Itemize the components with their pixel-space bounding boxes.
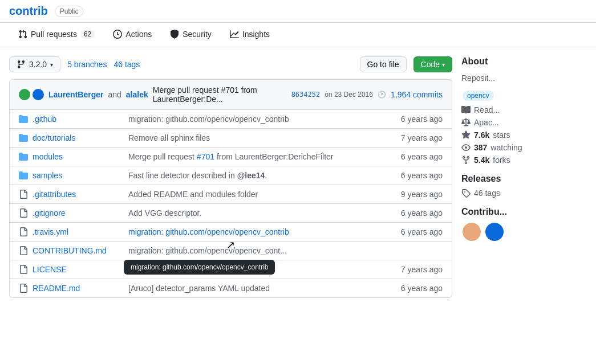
clock-icon: 🕐 [378,91,386,99]
contributor-avatar[interactable] [485,223,504,241]
readme-label: Read... [474,105,500,114]
branch-select[interactable]: 3.2.0 ▾ [9,56,60,72]
releases-tags[interactable]: 46 tags [461,189,587,198]
side-panel: About Reposit... opencv Read... Apac... … [461,56,587,298]
avatar-group [19,89,44,100]
forks-label: forks [493,156,510,165]
about-stat-forks: 5.4k forks [461,156,587,165]
insights-icon [230,30,239,39]
contributor-avatar[interactable] [463,223,481,241]
file-name[interactable]: samples [33,171,124,180]
about-title: About [461,56,587,67]
file-icon [19,190,28,199]
tab-actions[interactable]: Actions [104,23,161,47]
commit-count[interactable]: 1,964 commits [391,90,443,99]
file-row: doc/tutorials Remove all sphinx files 7 … [10,129,452,148]
file-commit: Add VGG descriptor. [128,208,381,218]
file-time: 6 years ago [386,152,443,161]
license-label: Apac... [474,118,499,127]
tab-insights[interactable]: Insights [221,23,279,47]
file-name[interactable]: README.md [33,284,124,293]
file-commit: Fast line detector described in @lee14. [128,171,381,180]
file-table: LaurentBerger and alalek Merge pull requ… [9,79,452,298]
about-tag[interactable]: opencv [463,91,494,101]
commit-date: on 23 Dec 2016 [325,91,373,99]
branches-link[interactable]: 5 branches [67,60,107,69]
eye-icon [461,143,471,152]
about-stat-license: Apac... [461,118,587,127]
code-chevron-icon: ▾ [442,62,445,68]
file-row-travis: .travis.yml migration: github.com/opencv… [10,223,452,242]
tag-icon [461,189,471,198]
file-name[interactable]: modules [33,152,124,161]
fork-icon [461,156,471,165]
releases-tag-count: 46 tags [474,189,500,198]
pull-request-icon [18,30,27,39]
tab-security-label: Security [183,30,212,39]
file-time: 6 years ago [386,284,443,293]
file-icon [19,265,28,274]
commit-author-2[interactable]: alalek [126,90,148,99]
file-row: .gitignore Add VGG descriptor. 6 years a… [10,204,452,223]
file-row: README.md [Aruco] detector_params YAML u… [10,279,452,297]
file-name[interactable]: CONTRIBUTING.md [33,246,124,255]
tab-insights-label: Insights [242,30,270,39]
stars-label: stars [493,130,510,140]
commit-hash[interactable]: 8634252 [291,91,321,99]
security-icon [170,30,179,39]
tags-link[interactable]: 46 tags [113,60,140,69]
file-name[interactable]: LICENSE [33,265,124,274]
folder-icon [19,114,28,124]
tab-pull-requests[interactable]: Pull requests 62 [9,23,104,47]
folder-icon [19,171,28,180]
about-stat-watching: 387 watching [461,143,587,152]
about-stat-stars: 7.6k stars [461,130,587,140]
watching-label: watching [490,143,522,152]
file-icon [19,246,28,255]
file-name[interactable]: .gitignore [33,208,124,218]
branch-name: 3.2.0 [29,60,47,69]
commit-link[interactable]: #701 [197,152,214,161]
branch-icon [17,60,26,69]
folder-icon [19,152,28,161]
tab-security[interactable]: Security [161,23,221,47]
about-stat-readme: Read... [461,105,587,114]
contributors-title: Contribu... [461,207,587,217]
file-name[interactable]: .gitattributes [33,190,124,199]
tab-pull-requests-label: Pull requests [31,30,77,39]
file-name[interactable]: doc/tutorials [33,133,124,142]
avatar-1 [19,89,30,100]
file-icon [19,284,28,293]
tooltip-overlay: migration: github.com/opencv/opencv_cont… [124,260,275,275]
file-name[interactable]: .github [33,114,124,124]
releases-title: Releases [461,174,587,184]
branch-bar: 3.2.0 ▾ 5 branches 46 tags Go to file Co… [9,56,452,72]
file-time: 6 years ago [386,171,443,180]
public-badge: Public [55,6,84,17]
file-commit: migration: github.com/opencv/opencv_cont… [128,246,381,255]
commit-author-1[interactable]: LaurentBerger [48,90,103,99]
code-button-label: Code [421,60,440,69]
file-row: .gitattributes Added README and modules … [10,185,452,204]
file-name[interactable]: .travis.yml [33,227,124,236]
contributors-avatars [461,222,587,242]
commit-message: Merge pull request #701 from LaurentBerg… [153,85,287,104]
about-description: Reposit... [461,73,587,83]
commit-count-value: 1,964 commits [391,90,443,99]
repo-name[interactable]: contrib [9,5,48,18]
go-to-file-button[interactable]: Go to file [360,56,407,72]
file-time: 6 years ago [386,227,443,236]
file-row: samples Fast line detector described in … [10,166,452,185]
file-row: modules Merge pull request #701 from Lau… [10,148,452,166]
tab-actions-label: Actions [125,30,152,39]
readme-icon [461,105,471,114]
file-commit: migration: github.com/opencv/opencv_cont… [128,227,381,236]
folder-icon [19,133,28,142]
stars-value: 7.6k [474,130,489,140]
top-nav: contrib Public [0,0,596,23]
file-time: 7 years ago [386,265,443,274]
code-button[interactable]: Code ▾ [413,56,452,72]
file-row: CONTRIBUTING.md migration: github.com/op… [10,242,452,260]
travis-commit-link[interactable]: migration: github.com/opencv/opencv_cont… [128,227,289,236]
file-commit: migration: github.com/opencv/opencv_cont… [128,114,381,124]
